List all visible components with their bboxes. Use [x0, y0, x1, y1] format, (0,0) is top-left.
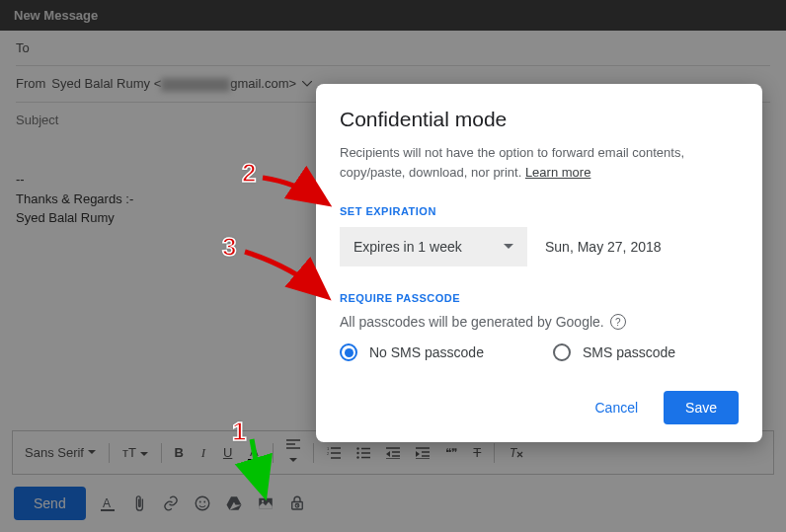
- svg-point-12: [262, 500, 264, 502]
- sms-passcode-radio[interactable]: SMS passcode: [553, 343, 675, 361]
- svg-rect-7: [101, 509, 115, 511]
- strikethrough-button[interactable]: T: [467, 441, 487, 464]
- svg-point-10: [203, 501, 205, 503]
- caret-down-icon: [289, 458, 297, 463]
- emoji-icon[interactable]: [193, 494, 212, 513]
- learn-more-link[interactable]: Learn more: [525, 165, 590, 180]
- bulleted-list-button[interactable]: [351, 443, 376, 463]
- confidential-icon[interactable]: [287, 494, 307, 513]
- radio-icon: [340, 343, 357, 361]
- dialog-description: Recipients will not have the option to f…: [340, 143, 739, 182]
- caret-down-icon: [88, 450, 96, 455]
- divider: [273, 443, 274, 463]
- svg-point-4: [357, 456, 359, 458]
- numbered-list-icon: 12: [327, 447, 341, 459]
- remove-formatting-icon: T: [508, 446, 523, 460]
- bulleted-list-icon: [356, 447, 370, 459]
- remove-formatting-button[interactable]: T: [502, 442, 529, 464]
- align-button[interactable]: [280, 435, 306, 470]
- save-button[interactable]: Save: [664, 391, 739, 424]
- text-color-button[interactable]: A: [242, 440, 266, 466]
- action-bar: Send A: [0, 475, 786, 532]
- chevron-down-icon[interactable]: [302, 81, 312, 87]
- divider: [161, 443, 162, 463]
- dialog-title: Confidential mode: [340, 108, 739, 131]
- bold-button[interactable]: B: [169, 441, 190, 464]
- expiration-date: Sun, May 27, 2018: [545, 239, 662, 255]
- numbered-list-button[interactable]: 12: [321, 443, 347, 463]
- require-passcode-label: REQUIRE PASSCODE: [340, 292, 739, 304]
- title-bar: New Message: [0, 0, 786, 31]
- quote-button[interactable]: ❝❞: [439, 442, 463, 464]
- italic-button[interactable]: I: [194, 441, 213, 465]
- expiration-dropdown[interactable]: Expires in 1 week: [340, 227, 527, 266]
- align-icon: [286, 439, 300, 451]
- drive-icon[interactable]: [224, 494, 244, 513]
- to-label: To: [16, 40, 30, 55]
- indent-less-button[interactable]: [380, 443, 406, 463]
- radio-label: No SMS passcode: [369, 344, 484, 360]
- indent-more-icon: [416, 447, 430, 459]
- underline-button[interactable]: U: [217, 441, 238, 464]
- photo-icon[interactable]: [256, 494, 275, 513]
- divider: [494, 443, 495, 463]
- indent-more-button[interactable]: [410, 443, 435, 463]
- from-label: From: [16, 76, 45, 91]
- font-family-dropdown[interactable]: Sans Serif: [19, 443, 102, 462]
- redacted-email: [161, 78, 230, 92]
- svg-point-8: [196, 496, 209, 510]
- caret-down-icon: [504, 244, 513, 250]
- attach-icon[interactable]: [129, 494, 149, 513]
- svg-text:2: 2: [327, 451, 330, 456]
- expiration-row: Expires in 1 week Sun, May 27, 2018: [340, 227, 739, 266]
- window-title: New Message: [14, 8, 98, 23]
- caret-down-icon: [140, 452, 148, 457]
- indent-less-icon: [386, 447, 400, 459]
- svg-text:A: A: [103, 496, 111, 510]
- to-input[interactable]: [36, 40, 770, 55]
- no-sms-passcode-radio[interactable]: No SMS passcode: [340, 343, 484, 361]
- from-name: Syed Balal Rumy <gmail.com>: [51, 76, 296, 92]
- radio-icon: [553, 343, 571, 361]
- link-icon[interactable]: [161, 494, 181, 513]
- passcode-options: No SMS passcode SMS passcode: [340, 343, 739, 361]
- svg-text:T: T: [510, 446, 518, 460]
- confidential-mode-dialog: Confidential mode Recipients will not ha…: [316, 84, 762, 442]
- set-expiration-label: SET EXPIRATION: [340, 205, 739, 217]
- divider: [313, 443, 314, 463]
- send-button[interactable]: Send: [14, 487, 86, 520]
- svg-point-9: [199, 501, 201, 503]
- expiration-value: Expires in 1 week: [354, 239, 462, 255]
- radio-label: SMS passcode: [583, 344, 675, 360]
- svg-point-2: [357, 447, 359, 449]
- text-color-icon[interactable]: A: [98, 494, 118, 513]
- cancel-button[interactable]: Cancel: [577, 391, 656, 424]
- dialog-actions: Cancel Save: [340, 391, 739, 424]
- passcode-description: All passcodes will be generated by Googl…: [340, 314, 739, 330]
- svg-point-3: [357, 451, 359, 453]
- font-size-button[interactable]: тТ: [117, 441, 154, 464]
- divider: [109, 443, 110, 463]
- to-field-row[interactable]: To: [16, 31, 770, 66]
- help-icon[interactable]: ?: [610, 314, 626, 330]
